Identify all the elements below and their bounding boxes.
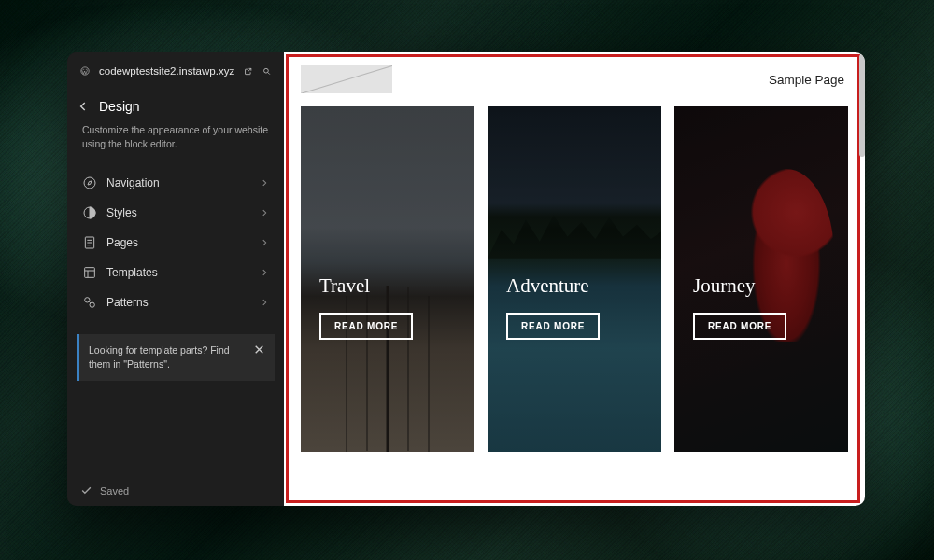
search-icon[interactable] bbox=[262, 64, 271, 78]
info-notice: Looking for template parts? Find them in… bbox=[77, 334, 275, 380]
compass-icon bbox=[82, 175, 97, 190]
card-title: Travel bbox=[319, 274, 456, 298]
menu-label: Pages bbox=[106, 236, 250, 249]
card-journey[interactable]: Journey READ MORE bbox=[674, 106, 848, 452]
menu-item-styles[interactable]: Styles bbox=[77, 198, 275, 228]
read-more-button[interactable]: READ MORE bbox=[506, 313, 600, 340]
card-row: Travel READ MORE Adventure READ MORE Jou… bbox=[284, 106, 865, 452]
panel-header: Design bbox=[67, 90, 284, 121]
chevron-right-icon bbox=[260, 208, 269, 217]
menu-label: Navigation bbox=[106, 176, 250, 189]
external-link-icon[interactable] bbox=[244, 64, 252, 78]
layout-icon bbox=[82, 265, 97, 280]
menu-item-pages[interactable]: Pages bbox=[77, 228, 275, 258]
status-text: Saved bbox=[100, 485, 129, 497]
read-more-button[interactable]: READ MORE bbox=[319, 313, 413, 340]
editor-window: codewptestsite2.instawp.xyz Design Custo… bbox=[67, 52, 865, 506]
menu-label: Styles bbox=[106, 206, 250, 219]
sidebar: codewptestsite2.instawp.xyz Design Custo… bbox=[67, 52, 284, 506]
design-menu: Navigation Styles Pages Templates Patter bbox=[67, 164, 284, 321]
chevron-right-icon bbox=[260, 238, 269, 247]
card-title: Journey bbox=[693, 274, 829, 298]
menu-item-patterns[interactable]: Patterns bbox=[77, 287, 275, 317]
menu-label: Patterns bbox=[106, 296, 250, 309]
page-icon bbox=[82, 235, 97, 250]
card-adventure[interactable]: Adventure READ MORE bbox=[488, 106, 661, 452]
svg-point-6 bbox=[85, 298, 90, 302]
menu-item-navigation[interactable]: Navigation bbox=[77, 168, 275, 198]
wordpress-logo-icon bbox=[80, 63, 90, 78]
save-status: Saved bbox=[67, 475, 284, 506]
logo-placeholder[interactable] bbox=[301, 65, 392, 93]
notice-text: Looking for template parts? Find them in… bbox=[89, 343, 246, 371]
admin-topbar: codewptestsite2.instawp.xyz bbox=[67, 52, 284, 90]
check-icon bbox=[80, 484, 92, 497]
chevron-right-icon bbox=[260, 268, 269, 277]
menu-item-templates[interactable]: Templates bbox=[77, 258, 275, 287]
patterns-icon bbox=[82, 295, 97, 310]
scrollbar[interactable] bbox=[859, 54, 865, 157]
svg-point-2 bbox=[84, 177, 95, 189]
chevron-right-icon bbox=[260, 298, 269, 307]
menu-label: Templates bbox=[106, 266, 250, 279]
panel-description: Customize the appearance of your website… bbox=[67, 121, 284, 164]
svg-point-1 bbox=[263, 68, 268, 73]
site-url[interactable]: codewptestsite2.instawp.xyz bbox=[99, 65, 234, 77]
close-icon[interactable] bbox=[253, 343, 265, 356]
read-more-button[interactable]: READ MORE bbox=[693, 313, 786, 340]
svg-rect-5 bbox=[85, 268, 95, 278]
svg-point-7 bbox=[90, 302, 94, 307]
card-travel[interactable]: Travel READ MORE bbox=[301, 106, 474, 452]
contrast-icon bbox=[82, 205, 97, 220]
card-title: Adventure bbox=[506, 274, 643, 298]
chevron-right-icon bbox=[260, 178, 269, 188]
back-chevron-icon[interactable] bbox=[77, 100, 90, 113]
preview-canvas[interactable]: Sample Page Travel READ MORE Adventure R… bbox=[284, 52, 865, 506]
panel-title: Design bbox=[99, 99, 140, 114]
